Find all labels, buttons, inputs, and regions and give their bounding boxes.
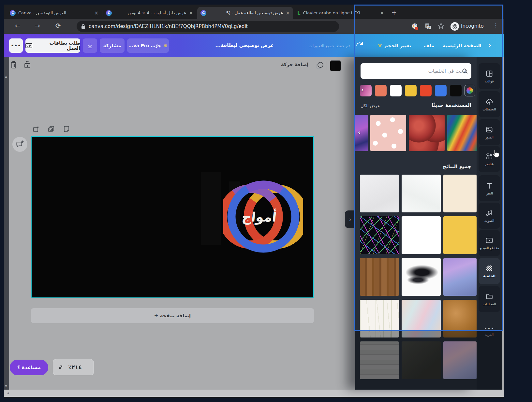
- bg-thumb-paper-light[interactable]: [360, 175, 399, 212]
- amwaj-logo[interactable]: أمواج: [223, 178, 303, 257]
- sidebar-item-templates[interactable]: قوالب: [479, 63, 500, 89]
- tab-business-card-active[interactable]: C عرض توضيحي لبطاقة عمل - (5 ×: [197, 7, 293, 19]
- scroll-up-icon[interactable]: ▲: [5, 75, 7, 78]
- bg-thumb-botanical[interactable]: [360, 300, 399, 337]
- more-actions-button[interactable]: •••: [9, 38, 23, 53]
- home-button[interactable]: الصفحة الرئيسية: [439, 38, 484, 53]
- redo-button[interactable]: [355, 40, 364, 48]
- horizontal-scrollbar[interactable]: [4, 390, 504, 397]
- bg-thumb-neon-lasers[interactable]: [360, 216, 399, 254]
- browser-menu-icon[interactable]: ⋮: [493, 22, 499, 29]
- sidebar-item-folders[interactable]: المجلدات: [479, 286, 500, 312]
- recently-used-title: المستخدمة حديثًا: [432, 102, 471, 108]
- new-tab-button[interactable]: +: [390, 8, 398, 17]
- business-card-icon: [25, 43, 32, 48]
- vertical-scrollbar[interactable]: [4, 57, 9, 390]
- sidebar-item-background[interactable]: الخلفية: [479, 258, 500, 284]
- bg-thumb-gray-planks[interactable]: [360, 341, 399, 379]
- logo-text: أمواج: [241, 208, 277, 225]
- bg-thumb-glass-building[interactable]: [402, 300, 441, 337]
- back-icon[interactable]: ←: [15, 22, 21, 29]
- reload-icon[interactable]: ⟳: [55, 22, 61, 29]
- chevron-right-icon[interactable]: ›: [488, 41, 491, 49]
- color-swatch-red[interactable]: [420, 85, 432, 96]
- add-animation-label[interactable]: إضافة حركة: [281, 62, 312, 67]
- sidebar-item-audio[interactable]: الصوت: [479, 203, 500, 229]
- tab-style-guide[interactable]: C عرض دليل أسلوب - 4 × 4 بوص ×: [103, 7, 196, 19]
- bookmark-star-icon[interactable]: [437, 22, 445, 30]
- order-cards-label: طلب بطاقات العمل: [35, 40, 80, 51]
- share-button[interactable]: مشاركة: [100, 38, 125, 53]
- sidebar-item-uploads[interactable]: التحميلات: [479, 91, 500, 117]
- bg-thumb-pink-clouds[interactable]: [443, 341, 477, 379]
- recent-thumb-rainbow-paint[interactable]: [447, 115, 477, 151]
- close-icon[interactable]: ×: [189, 10, 193, 16]
- bg-thumb-yellow[interactable]: [443, 216, 477, 254]
- color-swatch-blue[interactable]: [435, 85, 447, 96]
- lock-button[interactable]: [23, 60, 31, 69]
- crown-icon: ♛: [378, 43, 382, 49]
- close-icon[interactable]: ×: [94, 10, 98, 16]
- bg-thumb-paper-white[interactable]: [402, 175, 441, 212]
- sidebar-item-more[interactable]: ••• المزيد: [479, 318, 500, 344]
- color-swatch-yellow[interactable]: [405, 85, 417, 96]
- add-page-button[interactable]: + إضافة صفحة: [31, 308, 314, 323]
- delete-button[interactable]: [10, 61, 18, 69]
- color-swatch-coral[interactable]: [375, 85, 387, 96]
- bg-thumb-ink-scribble[interactable]: [402, 258, 441, 296]
- fill-color-swatch[interactable]: [330, 60, 341, 71]
- sidebar-item-videos[interactable]: مقاطع الفيديو: [479, 230, 500, 256]
- add-comment-button[interactable]: [12, 137, 27, 152]
- design-title[interactable]: عرض توضيحي لبطاقة...: [209, 42, 274, 48]
- resize-button[interactable]: ♛ تغيير الحجم: [372, 38, 417, 53]
- file-menu-button[interactable]: ملف: [421, 38, 437, 53]
- notes-button[interactable]: [63, 125, 70, 133]
- tab-title: Clavier arabe en ligne LEXI: [303, 10, 377, 15]
- sidebar-item-photos[interactable]: الصور: [479, 119, 500, 145]
- search-input[interactable]: [361, 63, 471, 79]
- download-button[interactable]: [83, 38, 97, 53]
- panel-collapse-handle[interactable]: ›: [345, 210, 355, 228]
- uploads-icon: [485, 98, 493, 106]
- tab-clavier-arabe[interactable]: L Clavier arabe en ligne LEXI ×: [294, 7, 387, 19]
- recent-thumb-red-roses[interactable]: [409, 115, 445, 151]
- recent-scroll-left-icon[interactable]: ‹: [358, 128, 361, 136]
- swatches-scroll-left-icon[interactable]: ‹: [361, 87, 363, 93]
- try-pro-button[interactable]: ♛ جرّب va Pro...: [127, 38, 169, 53]
- order-cards-button[interactable]: طلب بطاقات العمل: [25, 38, 80, 53]
- color-picker-button[interactable]: [464, 85, 475, 96]
- photos-icon: [485, 126, 493, 134]
- recent-thumb-purple-collage[interactable]: [355, 115, 368, 151]
- help-button[interactable]: مساعدة ؟: [10, 360, 48, 375]
- translate-icon[interactable]: 文 A: [424, 23, 432, 30]
- bg-thumb-plain-white[interactable]: [402, 216, 441, 254]
- bg-thumb-purple-clouds[interactable]: [443, 258, 477, 296]
- canva-favicon: C: [106, 10, 112, 16]
- audio-icon: [485, 209, 493, 217]
- recent-thumb-pink-daisies[interactable]: [370, 115, 406, 151]
- add-page-above-button[interactable]: [33, 125, 40, 133]
- scroll-down-icon[interactable]: ▼: [5, 384, 7, 388]
- bg-thumb-cream[interactable]: [443, 175, 477, 212]
- toolbar-divider: [327, 61, 327, 70]
- all-results-title: جميع النتائج: [443, 164, 471, 169]
- scroll-left-icon[interactable]: ◄: [7, 391, 9, 395]
- url-text: canva.com/design/DAEZlHLNI1k/nBEf7QQbjRP…: [89, 23, 248, 29]
- address-bar[interactable]: canva.com/design/DAEZlHLNI1k/nBEf7QQbjRP…: [77, 21, 339, 32]
- bg-thumb-charcoal[interactable]: [402, 341, 441, 379]
- close-icon[interactable]: ×: [380, 10, 384, 16]
- bg-thumb-copper-glitter[interactable]: [443, 300, 477, 337]
- forward-icon[interactable]: →: [35, 22, 40, 29]
- tab-canva-demo[interactable]: C Canva - العرض التوضيحي ×: [7, 7, 102, 19]
- zoom-control[interactable]: ٪٢١٤: [53, 359, 94, 375]
- close-icon[interactable]: ×: [286, 10, 290, 16]
- color-swatch-black[interactable]: [450, 85, 462, 96]
- sidebar-item-text[interactable]: النص: [479, 175, 500, 201]
- extension-icon[interactable]: [411, 23, 419, 30]
- view-all-link[interactable]: عرض الكل: [361, 103, 380, 108]
- bg-thumb-brown-wood[interactable]: [360, 258, 399, 296]
- animation-circles-icon[interactable]: [314, 61, 325, 70]
- try-pro-label: جرّب va Pro...: [128, 43, 161, 48]
- duplicate-page-button[interactable]: [48, 125, 55, 133]
- color-swatch-white[interactable]: [390, 85, 402, 96]
